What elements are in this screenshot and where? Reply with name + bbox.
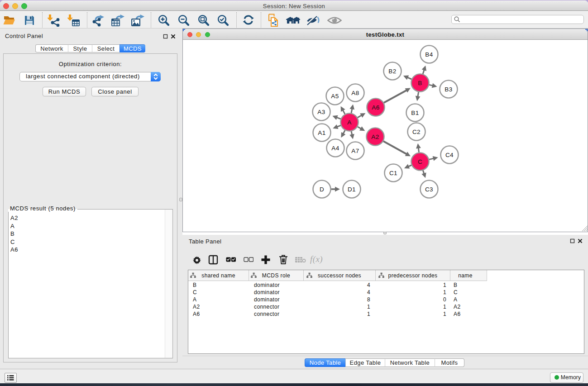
svg-text:D1: D1 — [348, 186, 356, 193]
svg-text:B3: B3 — [445, 86, 452, 93]
svg-text:A4: A4 — [331, 145, 339, 152]
svg-text:A7: A7 — [351, 148, 359, 154]
svg-text:A1: A1 — [318, 129, 325, 136]
svg-text:C: C — [418, 158, 422, 165]
svg-text:A2: A2 — [371, 133, 379, 140]
svg-text:A5: A5 — [331, 93, 339, 100]
svg-text:C2: C2 — [412, 129, 421, 135]
svg-text:B: B — [418, 80, 422, 86]
svg-text:B2: B2 — [388, 68, 396, 75]
svg-text:D: D — [320, 186, 324, 193]
svg-text:C3: C3 — [425, 186, 433, 193]
svg-text:A8: A8 — [351, 90, 359, 96]
svg-text:B4: B4 — [425, 51, 433, 58]
svg-text:A: A — [347, 119, 351, 126]
svg-text:A3: A3 — [317, 109, 325, 115]
svg-text:B1: B1 — [411, 110, 419, 116]
svg-text:A6: A6 — [372, 104, 379, 111]
svg-text:C1: C1 — [389, 170, 397, 176]
svg-text:C4: C4 — [445, 152, 454, 158]
